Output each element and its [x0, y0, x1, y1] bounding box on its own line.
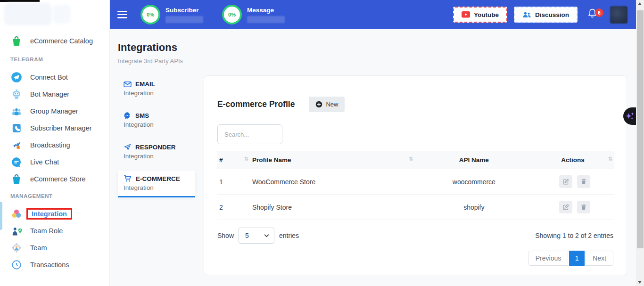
sidebar-item-subscriber-manager[interactable]: Subscriber Manager — [0, 120, 109, 137]
subscriber-stat: 0% Subscriber — [140, 5, 203, 25]
trash-icon — [580, 178, 587, 185]
message-percent: 0% — [228, 12, 236, 17]
robot-icon — [10, 88, 23, 100]
sidebar-item-bot-manager[interactable]: Bot Manager — [0, 86, 109, 103]
section-label-telegram: TELEGRAM — [10, 57, 109, 62]
user-avatar[interactable] — [610, 6, 627, 24]
tab-title: SMS — [135, 112, 149, 119]
sidebar-item-team-role[interactable]: Team Role — [0, 222, 109, 239]
shopping-bag-cyan-icon — [10, 173, 23, 185]
app-logo — [4, 3, 52, 25]
page-title: Integrations — [118, 41, 177, 54]
integration-subnav: EMAIL Integration SMS Integration — [118, 76, 195, 204]
edit-pencil-icon — [562, 204, 570, 211]
cart-icon — [124, 175, 132, 182]
tab-ecommerce-integration[interactable]: E-COMMERCE Integration — [118, 171, 195, 197]
sparkles-icon — [625, 111, 635, 122]
message-stat: 0% Message — [222, 5, 285, 25]
notifications-button[interactable]: 6 — [587, 8, 598, 22]
new-profile-button[interactable]: New — [309, 97, 345, 112]
group-people-icon — [10, 105, 23, 117]
table-row: 2 Shopify Store shopify — [217, 195, 614, 220]
sidebar-item-connect-bot[interactable]: Connect Bot — [0, 69, 109, 86]
tab-email-integration[interactable]: EMAIL Integration — [118, 76, 195, 101]
message-progress-ring: 0% — [222, 5, 242, 25]
tab-responder-integration[interactable]: RESPONDER Integration — [118, 139, 195, 164]
table-row: 1 WooCommerce Store woocommerce — [217, 169, 614, 195]
message-count-redacted — [247, 16, 285, 23]
scroll-down-arrow-icon[interactable] — [638, 281, 642, 284]
column-header-api-name[interactable]: API Name — [415, 151, 533, 169]
tab-title: EMAIL — [135, 81, 155, 88]
tab-title: E-COMMERCE — [136, 175, 180, 182]
top-black-bar — [0, 0, 40, 2]
search-input[interactable] — [217, 124, 282, 144]
tab-subtitle: Integration — [124, 184, 190, 191]
sidebar-item-label: Live Chat — [30, 158, 59, 166]
ecommerce-profile-card: E-commerce Profile New # ⇅ — [204, 75, 627, 275]
page-size-select[interactable]: 5 — [239, 228, 274, 244]
sidebar-item-integration[interactable]: Integration — [0, 205, 109, 222]
row-num: 1 — [217, 169, 250, 195]
tab-subtitle: Integration — [124, 90, 190, 97]
telegram-plane-icon — [10, 71, 23, 83]
trash-icon — [580, 204, 587, 211]
broadcast-megaphone-icon — [10, 139, 23, 151]
sort-icon: ⇅ — [608, 156, 612, 162]
current-page-button[interactable]: 1 — [569, 251, 585, 266]
sidebar-item-group-manager[interactable]: Group Manager — [0, 103, 109, 120]
main-content: Integrations Integrate 3rd Party APIs EM… — [110, 29, 636, 286]
column-header-profile-name[interactable]: Profile Name ⇅ — [250, 151, 415, 169]
tab-sms-integration[interactable]: SMS Integration — [118, 107, 195, 133]
vertical-scrollbar[interactable] — [636, 0, 644, 286]
sort-icon: ⇅ — [409, 156, 413, 162]
scrollbar-thumb[interactable] — [637, 10, 644, 248]
email-icon — [124, 81, 132, 88]
panel-title: E-commerce Profile — [217, 99, 295, 109]
previous-page-button[interactable]: Previous — [528, 251, 568, 266]
delete-button[interactable] — [577, 201, 590, 213]
sidebar-item-live-chat[interactable]: Live Chat — [0, 154, 109, 171]
sidebar-item-label: Group Manager — [30, 107, 78, 115]
page-subtitle: Integrate 3rd Party APIs — [118, 57, 183, 65]
sidebar-item-label: Connect Bot — [30, 74, 68, 81]
column-label: Profile Name — [252, 156, 291, 163]
sidebar-item-transactions[interactable]: Transactions — [0, 256, 109, 273]
entries-label: entries — [279, 232, 299, 239]
active-highlight-box: Integration — [26, 208, 72, 220]
page-size-value: 5 — [245, 232, 249, 239]
column-label: # — [219, 156, 223, 163]
integration-circles-icon — [10, 208, 23, 220]
subscriber-count-redacted — [165, 16, 203, 23]
top-header: 0% Subscriber 0% Message Youtube — [110, 0, 636, 29]
sidebar-item-team[interactable]: Team — [0, 239, 109, 256]
sort-icon: ⇅ — [244, 156, 248, 162]
hamburger-menu-icon[interactable] — [117, 9, 127, 20]
column-header-actions[interactable]: Actions ⇅ — [533, 151, 614, 169]
row-api-name: shopify — [415, 195, 533, 220]
sidebar-item-ecommerce-store[interactable]: eCommerce Store — [0, 171, 109, 188]
sidebar: eCommerce Catalog TELEGRAM Connect Bot B… — [0, 0, 110, 286]
person-shield-icon — [10, 225, 23, 237]
chat-bubble-icon — [10, 156, 23, 168]
delete-button[interactable] — [577, 175, 590, 188]
scroll-up-arrow-icon[interactable] — [638, 2, 642, 5]
sidebar-item-broadcasting[interactable]: Broadcasting — [0, 137, 109, 154]
clock-history-icon — [10, 259, 23, 271]
shopping-bag-green-icon — [10, 35, 23, 47]
subscriber-stat-label: Subscriber — [165, 7, 203, 14]
column-header-num[interactable]: # ⇅ — [217, 151, 250, 169]
pagination: Previous 1 Next — [217, 251, 613, 266]
edit-button[interactable] — [559, 175, 572, 188]
subscriber-progress-ring: 0% — [140, 5, 160, 25]
sidebar-item-label: Team — [30, 244, 47, 252]
discussion-button[interactable]: Discussion — [514, 7, 578, 23]
discussion-people-icon — [522, 11, 531, 18]
edit-button[interactable] — [559, 201, 572, 213]
chevron-down-icon — [264, 234, 269, 237]
youtube-button[interactable]: Youtube — [453, 7, 507, 23]
next-page-button[interactable]: Next — [586, 251, 613, 266]
table-summary: Showing 1 to 2 of 2 entries — [535, 232, 613, 239]
column-label: Actions — [561, 156, 585, 163]
sidebar-item-ecommerce-catalog[interactable]: eCommerce Catalog — [0, 33, 109, 49]
